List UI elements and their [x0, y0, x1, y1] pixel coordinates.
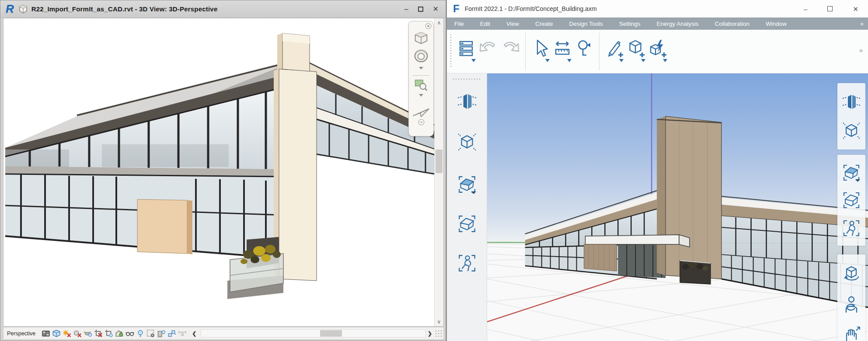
- show-crop-region-icon[interactable]: [105, 329, 113, 338]
- temporary-hide-isolate-icon[interactable]: [136, 329, 145, 338]
- navbar-collapse-icon[interactable]: [418, 119, 425, 125]
- menu-file[interactable]: File: [454, 21, 464, 27]
- revit-3d-viewport[interactable]: ∧ ∨: [3, 18, 444, 327]
- menu-window[interactable]: Window: [766, 21, 787, 27]
- show-rendering-dialog-icon[interactable]: [84, 329, 92, 338]
- undo-icon: [479, 39, 498, 58]
- action-history-button[interactable]: [457, 37, 477, 66]
- revit-window-title: R22_Import_FormIt_as_CAD.rvt - 3D View: …: [31, 5, 218, 13]
- zoom-region-icon[interactable]: [414, 78, 428, 91]
- redo-button[interactable]: [500, 37, 520, 66]
- sun-path-off-icon[interactable]: [63, 329, 71, 338]
- orbit-icon[interactable]: [841, 264, 861, 285]
- full-navigation-pan-icon[interactable]: [412, 101, 430, 118]
- chevron-down-icon: [567, 59, 572, 64]
- formit-building-model: [487, 73, 868, 341]
- horizontal-scroll-thumb[interactable]: [320, 330, 342, 337]
- measure-tool-button[interactable]: [552, 37, 572, 66]
- menu-collaboration[interactable]: Collaboration: [715, 21, 749, 27]
- undo-button[interactable]: [478, 37, 498, 66]
- desktop: R R22_Import_FormIt_as_CAD.rvt - 3D View…: [0, 0, 868, 341]
- left-toolbar-drag-handle[interactable]: [453, 79, 481, 80]
- view-scale-icon[interactable]: [42, 329, 50, 338]
- wheel-options-arrow[interactable]: [419, 67, 423, 72]
- menu-view[interactable]: View: [506, 21, 519, 27]
- select-cursor-icon: [531, 39, 550, 58]
- zoom-options-arrow[interactable]: [419, 94, 423, 99]
- visual-style-icon[interactable]: [52, 329, 61, 338]
- view-cube-home-icon[interactable]: [413, 31, 429, 46]
- 3d-view-document-icon: [18, 4, 28, 14]
- menu-energy-analysis[interactable]: Energy Analysis: [656, 21, 698, 27]
- close-button[interactable]: ✕: [853, 6, 858, 12]
- highlight-displacement-sets-icon[interactable]: [157, 329, 166, 338]
- minimize-button[interactable]: –: [404, 6, 408, 13]
- menu-settings[interactable]: Settings: [619, 21, 641, 27]
- levels-tool-button[interactable]: [574, 37, 594, 66]
- cube-lightning-add-icon: [648, 39, 668, 58]
- window-resize-grip[interactable]: [435, 330, 443, 338]
- locked-3d-view-icon[interactable]: [115, 329, 124, 338]
- minimize-button[interactable]: –: [804, 6, 807, 12]
- redo-icon: [501, 39, 520, 58]
- close-button[interactable]: ✕: [433, 6, 439, 13]
- zoom-extents-icon[interactable]: [457, 213, 478, 234]
- formit-3d-viewport[interactable]: [487, 73, 868, 341]
- menu-overflow-chevron[interactable]: »: [860, 20, 864, 27]
- zoom-selection-icon[interactable]: [841, 163, 861, 183]
- revit-title-bar[interactable]: R R22_Import_FormIt_as_CAD.rvt - 3D View…: [0, 0, 446, 18]
- formit-right-toolbar-group-3: [837, 254, 865, 341]
- action-history-icon: [457, 39, 476, 58]
- zoom-extents-icon[interactable]: [841, 190, 861, 210]
- temporary-view-properties-icon[interactable]: [146, 329, 155, 338]
- pan-icon[interactable]: [841, 325, 861, 341]
- view-control-collapse-arrow[interactable]: ❮: [192, 331, 196, 337]
- section-views-icon[interactable]: [841, 92, 861, 112]
- primitive-tool-button[interactable]: [626, 37, 646, 66]
- toolbar-drag-handle[interactable]: [450, 35, 451, 69]
- steering-wheel-icon[interactable]: [413, 48, 429, 64]
- navbar-close-icon[interactable]: [425, 23, 432, 29]
- menu-create[interactable]: Create: [535, 21, 553, 27]
- revit-window: R R22_Import_FormIt_as_CAD.rvt - 3D View…: [0, 0, 446, 341]
- displace-elements-icon[interactable]: [167, 329, 176, 338]
- chevron-down-icon: [471, 59, 476, 64]
- formit-toolbar: »: [447, 30, 868, 73]
- formit-main-area: [447, 73, 868, 341]
- first-person-view-icon[interactable]: [457, 253, 478, 274]
- hidden-objects-icon[interactable]: [841, 121, 861, 141]
- chevron-down-icon: [641, 59, 645, 64]
- generate-tool-button[interactable]: [648, 37, 668, 66]
- first-person-view-icon[interactable]: [841, 218, 861, 238]
- hidden-objects-icon[interactable]: [457, 132, 478, 153]
- scroll-down-arrow[interactable]: ∨: [435, 317, 443, 326]
- shadows-off-icon[interactable]: [73, 329, 82, 338]
- menu-edit[interactable]: Edit: [480, 21, 490, 27]
- crop-view-off-icon[interactable]: [94, 329, 103, 338]
- horizontal-scrollbar[interactable]: [201, 329, 426, 338]
- reveal-hidden-elements-icon[interactable]: [125, 329, 134, 338]
- chevron-down-icon: [619, 59, 624, 64]
- scroll-up-arrow[interactable]: ∧: [435, 18, 443, 27]
- cube-add-icon: [627, 39, 646, 58]
- toolbar-overflow-chevron[interactable]: »: [859, 46, 863, 54]
- maximize-button[interactable]: [418, 7, 423, 12]
- select-tool-button[interactable]: [530, 37, 551, 66]
- maximize-button[interactable]: [827, 6, 833, 11]
- measure-icon: [553, 39, 572, 58]
- navbar-divider: [412, 75, 430, 76]
- formit-title-bar[interactable]: F FormIt 2022.1 - D:/FormIt/Concept_Buil…: [447, 0, 868, 17]
- formit-app-icon: F: [453, 3, 460, 15]
- vertical-scrollbar[interactable]: ∧ ∨: [434, 18, 443, 326]
- draw-tool-button[interactable]: [604, 37, 624, 66]
- look-around-icon[interactable]: [841, 295, 861, 315]
- zoom-selection-icon[interactable]: [457, 174, 478, 195]
- scroll-right-arrow[interactable]: ❯: [428, 331, 432, 337]
- view-type-label[interactable]: Perspective: [7, 331, 35, 337]
- reveal-constraints-icon[interactable]: [178, 329, 187, 338]
- vertical-scroll-thumb[interactable]: [436, 150, 443, 173]
- menu-design-tools[interactable]: Design Tools: [569, 21, 603, 27]
- chevron-down-icon: [663, 59, 667, 64]
- revit-app-icon: R: [6, 2, 14, 16]
- section-views-icon[interactable]: [457, 91, 478, 112]
